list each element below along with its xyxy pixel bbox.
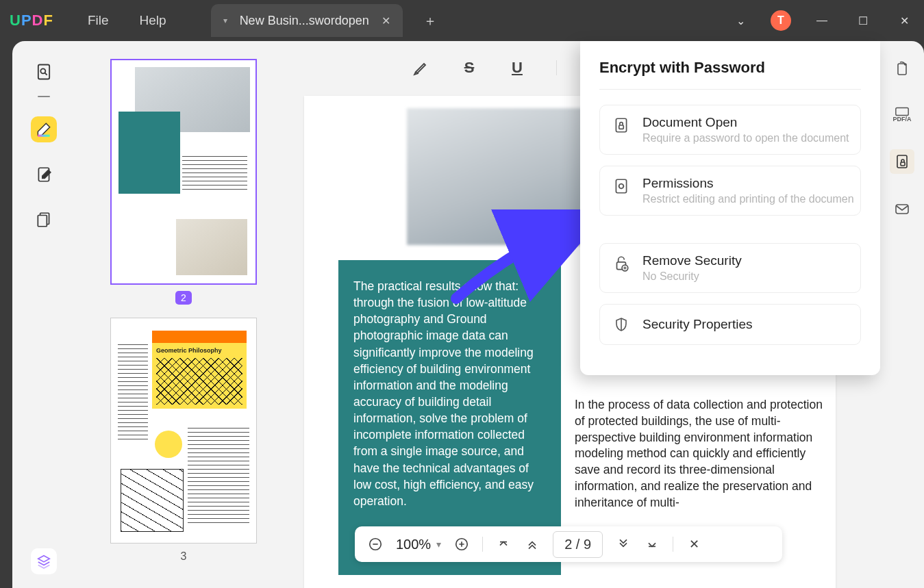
rotate-icon[interactable] xyxy=(892,59,912,79)
svg-rect-15 xyxy=(896,107,908,115)
remove-security-option[interactable]: Remove Security No Security xyxy=(599,243,861,293)
strikethrough-tool-icon[interactable]: S xyxy=(460,59,478,77)
thumbnail-panel: 2 Geometric Philosophy 3 xyxy=(75,41,292,588)
zoom-out-icon[interactable] xyxy=(367,536,384,552)
search-page-icon[interactable] xyxy=(31,59,57,85)
left-tool-rail xyxy=(12,41,75,588)
permissions-page-icon xyxy=(611,176,632,196)
document-tab[interactable]: ▾ New Busin...swordopen ✕ xyxy=(211,4,403,37)
shield-icon xyxy=(611,314,632,335)
permissions-option[interactable]: Permissions Restrict editing and printin… xyxy=(599,166,861,216)
document-open-option[interactable]: Document Open Require a password to open… xyxy=(599,105,861,155)
thumbnail-page-2[interactable] xyxy=(110,59,257,285)
rail-divider xyxy=(38,96,50,97)
user-avatar[interactable]: T xyxy=(771,10,791,31)
control-sep xyxy=(482,537,483,552)
option-desc: No Security xyxy=(642,270,742,283)
highlight-tool-icon[interactable] xyxy=(412,59,430,77)
window-maximize-icon[interactable]: ☐ xyxy=(853,14,873,27)
option-desc: Restrict editing and printing of the doc… xyxy=(642,193,854,205)
thumbnail-label: 3 xyxy=(110,550,257,563)
zoom-in-icon[interactable] xyxy=(453,536,470,552)
option-desc: Require a password to open the document xyxy=(642,132,849,144)
page-number-input[interactable]: 2 / 9 xyxy=(553,531,603,558)
svg-point-1 xyxy=(40,68,45,73)
tab-close-icon[interactable]: ✕ xyxy=(382,14,390,27)
layers-icon[interactable] xyxy=(31,548,57,574)
menu-file[interactable]: File xyxy=(88,13,109,28)
option-title: Security Properties xyxy=(642,317,753,332)
option-title: Permissions xyxy=(642,176,854,191)
underline-tool-icon[interactable]: U xyxy=(508,59,526,77)
window-close-icon[interactable]: ✕ xyxy=(894,14,914,27)
security-properties-option[interactable]: Security Properties xyxy=(599,304,861,345)
document-pane: S U The practical results show that: thr… xyxy=(292,41,880,588)
svg-rect-18 xyxy=(896,205,908,214)
panel-title: Encrypt with Password xyxy=(599,59,861,90)
tab-dropdown-icon[interactable]: ▾ xyxy=(223,16,227,25)
tab-title: New Busin...swordopen xyxy=(240,14,369,28)
prev-page-icon[interactable] xyxy=(524,536,540,552)
svg-rect-2 xyxy=(38,135,49,137)
thumbnail-page-3[interactable]: Geometric Philosophy xyxy=(110,318,257,544)
annotation-toolbar: S U xyxy=(412,59,557,77)
option-title: Document Open xyxy=(642,115,849,130)
svg-rect-5 xyxy=(38,216,47,227)
pdfa-icon[interactable]: PDF/A xyxy=(892,104,912,125)
encrypt-password-panel: Encrypt with Password Document Open Requ… xyxy=(580,41,880,375)
thumbnail-label: 2 xyxy=(110,292,257,304)
right-tool-rail: PDF/A xyxy=(880,41,924,588)
option-title: Remove Security xyxy=(642,253,742,268)
pages-icon[interactable] xyxy=(31,207,57,233)
window-minimize-icon[interactable]: — xyxy=(812,14,832,27)
svg-rect-7 xyxy=(619,125,624,129)
secure-page-icon[interactable] xyxy=(890,149,914,174)
first-page-icon[interactable] xyxy=(495,536,512,552)
page-controls: 100%▾ 2 / 9 ✕ xyxy=(355,526,782,562)
titlebar-dropdown-icon[interactable]: ⌄ xyxy=(731,14,750,27)
document-body-text: In the process of data collection and pr… xyxy=(575,397,828,511)
edit-page-icon[interactable] xyxy=(31,162,57,188)
app-logo: UPDF xyxy=(10,12,53,29)
svg-point-9 xyxy=(619,184,624,189)
unlock-icon xyxy=(611,253,632,274)
mail-icon[interactable] xyxy=(892,199,912,219)
close-controls-icon[interactable]: ✕ xyxy=(686,536,702,552)
svg-rect-17 xyxy=(901,162,905,166)
svg-rect-8 xyxy=(616,179,626,193)
zoom-level[interactable]: 100%▾ xyxy=(396,537,441,552)
svg-rect-0 xyxy=(38,65,49,79)
highlighter-tool-icon[interactable] xyxy=(31,116,57,142)
last-page-icon[interactable] xyxy=(644,536,660,552)
new-tab-button[interactable]: ＋ xyxy=(423,12,437,30)
next-page-icon[interactable] xyxy=(615,536,632,552)
control-sep xyxy=(673,537,673,552)
lock-page-icon xyxy=(611,115,632,136)
toolbar-divider xyxy=(556,60,557,75)
menu-help[interactable]: Help xyxy=(140,13,166,28)
